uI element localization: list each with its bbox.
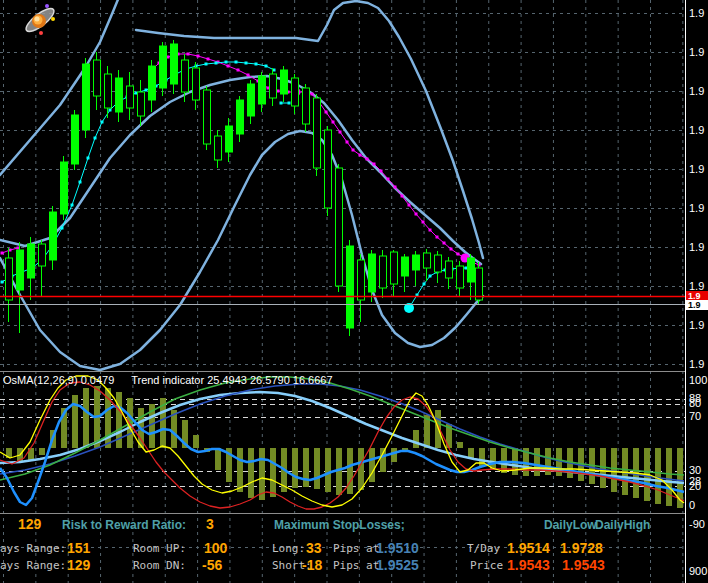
price-axis-label: 1.9 [689,202,704,214]
planet-icon [20,2,60,42]
trading-chart-window: OsMA(12,26,9) 0.0479 Trend indicator 25.… [0,0,708,583]
footer-axis-label: -90 [689,518,705,530]
price-axis-label: 1.9 [689,7,704,19]
price-axis-label: 1.9 [689,163,704,175]
price-axis-label: 1.9 [689,319,704,331]
days-value-top: 129 [18,516,41,532]
max-stoplosses-label: Maximum StopLosses; [274,518,405,532]
bid-price-badge: 1.9 [686,300,708,310]
short-value: -18 [302,557,322,573]
tday-high-value: 1.9728 [560,540,603,556]
price-axis-label: 1.9 [689,358,704,370]
risk-reward-label: Risk to Reward Ratio: [62,518,186,532]
tday-low-value: 1.9514 [507,540,550,556]
trend-indicator-label: Trend indicator 25.4943 26.5790 16.6667 [131,374,332,386]
short-stop-price: 1.9525 [376,557,419,573]
indicator-axis-label: 70 [689,410,701,422]
long-label: Long: [272,542,305,555]
dailyhigh-header: DailyHigh [595,518,650,532]
price-low-value: 1.9543 [507,557,550,573]
tday-label: T/Day [467,542,500,555]
dailylow-header: DailyLow [544,518,597,532]
days-range-value-1: 151 [67,540,90,556]
risk-reward-value: 3 [206,516,214,532]
pips-at-label-2: Pips at [333,559,379,572]
indicator-axis-label: 0 [689,499,695,511]
room-up-label: Room UP: [133,542,186,555]
days-range-label-1: ays Range: [0,542,66,555]
price-axis-label: 1.9 [689,85,704,97]
indicator-axis-label: 80 [689,397,701,409]
indicator-axis-label: 100 [689,374,707,386]
indicator-title: OsMA(12,26,9) 0.0479 Trend indicator 25.… [3,374,333,386]
price-label: Price [470,559,503,572]
indicator-axis-label: 20 [689,480,701,492]
footer-axis-label: 900 [689,565,707,577]
days-range-value-2: 129 [67,557,90,573]
osma-label: OsMA(12,26,9) 0.0479 [3,374,114,386]
price-axis-label: 1.9 [689,46,704,58]
long-stop-price: 1.9510 [376,540,419,556]
room-up-value: 100 [204,540,227,556]
room-dn-value: -56 [202,557,222,573]
price-high-value: 1.9543 [562,557,605,573]
price-axis-label: 1.9 [689,241,704,253]
purple-dot [45,4,49,8]
long-value: 33 [306,540,322,556]
chart-canvas[interactable] [0,0,708,583]
room-dn-label: Room DN: [133,559,186,572]
days-range-label-2: ays Range: [0,559,66,572]
price-axis-label: 1.9 [689,124,704,136]
yellow-dot [51,17,55,21]
red-dot [39,31,43,35]
pips-at-label-1: Pips at [333,542,379,555]
